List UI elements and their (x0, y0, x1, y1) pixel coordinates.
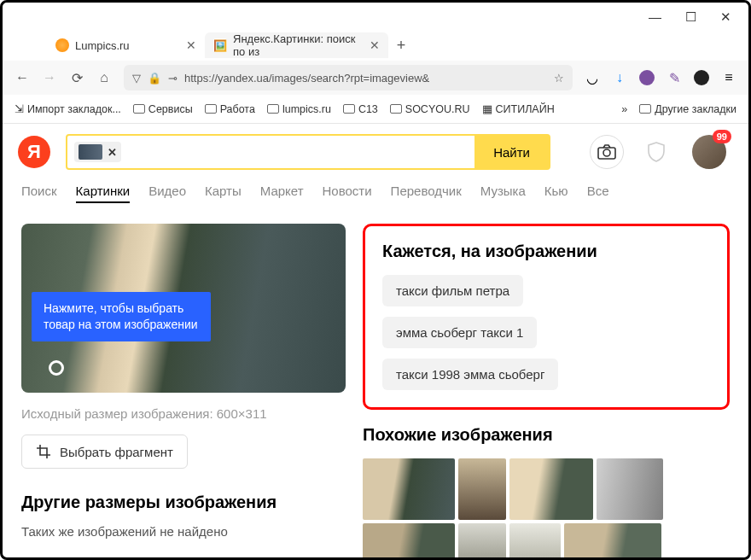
close-tab-icon[interactable]: ✕ (186, 38, 196, 52)
similar-grid (363, 458, 730, 560)
menu-icon[interactable]: ≡ (721, 70, 736, 85)
tab-yandex-images[interactable]: 🖼️ Яндекс.Картинки: поиск по из ✕ (205, 32, 388, 58)
import-bookmarks[interactable]: ⇲Импорт закладок... (15, 102, 121, 115)
svc-maps[interactable]: Карты (205, 184, 242, 203)
ext-icon-v[interactable] (639, 70, 655, 85)
svc-q[interactable]: Кью (544, 184, 568, 203)
avatar[interactable]: 99 (692, 135, 726, 169)
toolbar-icons: ◡ ↓ ✎ ≡ (585, 70, 736, 85)
bm-cityline[interactable]: ▦СИТИЛАЙН (482, 102, 555, 115)
address-bar[interactable]: ▽ 🔒 ⊸ https://yandex.ua/images/search?rp… (124, 65, 573, 90)
crop-button[interactable]: Выбрать фрагмент (21, 435, 188, 469)
permissions-icon: ⊸ (168, 72, 178, 85)
bm-lumpics[interactable]: lumpics.ru (267, 103, 331, 115)
section-title: Другие размеры изображения (21, 493, 346, 512)
news-icon: ▦ (482, 102, 492, 115)
orange-favicon (55, 38, 69, 52)
svc-market[interactable]: Маркет (260, 184, 304, 203)
svg-point-1 (603, 149, 610, 156)
svc-music[interactable]: Музыка (480, 184, 526, 203)
tab-bar: Lumpics.ru ✕ 🖼️ Яндекс.Картинки: поиск п… (3, 30, 748, 61)
crop-label: Выбрать фрагмент (60, 445, 173, 459)
new-tab-button[interactable]: + (388, 37, 414, 55)
suggestion-chip[interactable]: эмма сьоберг такси 1 (382, 317, 537, 348)
reload-button[interactable]: ⟳ (69, 70, 84, 85)
home-button[interactable]: ⌂ (96, 70, 112, 85)
tab-label: Яндекс.Картинки: поиск по из (233, 32, 370, 58)
notification-badge: 99 (713, 130, 731, 143)
left-column: Нажмите, чтобы выбрать товар на этом изо… (21, 224, 346, 560)
similar-image[interactable] (458, 458, 506, 520)
close-window-button[interactable]: ✕ (720, 9, 731, 23)
bm-work[interactable]: Работа (205, 103, 255, 115)
image-preview[interactable]: Нажмите, чтобы выбрать товар на этом изо… (21, 224, 346, 393)
ext-icon-dark[interactable] (694, 70, 709, 85)
folder-icon (205, 104, 217, 114)
suggestion-chip[interactable]: такси фильм петра (382, 275, 523, 306)
bookmarks-bar: ⇲Импорт закладок... Сервисы Работа lumpi… (3, 95, 748, 124)
bm-c13[interactable]: C13 (343, 103, 378, 115)
bm-socyou[interactable]: SOCYOU.RU (390, 103, 470, 115)
similar-image[interactable] (597, 458, 663, 520)
similar-image[interactable] (509, 458, 593, 520)
tab-label: Lumpics.ru (75, 39, 130, 52)
yandex-logo[interactable]: Я (18, 136, 50, 168)
folder-icon (343, 104, 355, 114)
other-sizes-section: Другие размеры изображения Таких же изоб… (21, 493, 346, 539)
search-button[interactable]: Найти (474, 136, 549, 168)
bm-services[interactable]: Сервисы (133, 103, 193, 115)
search-image-chip[interactable]: ✕ (74, 142, 121, 162)
right-column: Кажется, на изображении такси фильм петр… (363, 224, 730, 560)
overflow-icon[interactable]: » (621, 103, 627, 115)
folder-icon (267, 104, 279, 114)
hotspot-icon[interactable] (49, 360, 64, 376)
nav-bar: ← → ⟳ ⌂ ▽ 🔒 ⊸ https://yandex.ua/images/s… (3, 61, 748, 95)
pocket-icon[interactable]: ◡ (585, 70, 600, 85)
chips: такси фильм петра эмма сьоберг такси 1 т… (382, 275, 710, 390)
url-text: https://yandex.ua/images/search?rpt=imag… (184, 72, 547, 85)
folder-icon (133, 104, 145, 114)
folder-icon (390, 104, 402, 114)
suggestion-chip[interactable]: такси 1998 эмма сьоберг (382, 359, 558, 390)
other-bookmarks[interactable]: Другие закладки (639, 103, 736, 115)
svc-translate[interactable]: Переводчик (391, 184, 462, 203)
product-tooltip[interactable]: Нажмите, чтобы выбрать товар на этом изо… (32, 292, 211, 341)
lock-icon: 🔒 (148, 72, 161, 85)
search-input[interactable] (121, 145, 474, 160)
svc-news[interactable]: Новости (323, 184, 372, 203)
forward-button[interactable]: → (42, 70, 57, 85)
svc-all[interactable]: Все (587, 184, 609, 203)
image-meta: Исходный размер изображения: 600×311 (21, 406, 346, 421)
search-box: ✕ Найти (66, 134, 550, 170)
similar-image[interactable] (363, 523, 455, 560)
svc-search[interactable]: Поиск (21, 184, 57, 203)
feather-icon[interactable]: ✎ (667, 70, 682, 85)
remove-chip-icon[interactable]: ✕ (108, 146, 117, 159)
similar-image[interactable] (458, 523, 506, 560)
search-header: Я ✕ Найти 99 (3, 124, 748, 180)
crop-icon (36, 444, 51, 459)
download-icon[interactable]: ↓ (612, 70, 627, 85)
shield-icon[interactable] (639, 135, 673, 169)
service-tabs: Поиск Картинки Видео Карты Маркет Новост… (3, 180, 748, 215)
section-text: Таких же изображений не найдено (21, 524, 346, 539)
similar-image[interactable] (509, 523, 561, 560)
import-icon: ⇲ (15, 102, 24, 115)
folder-icon (639, 104, 651, 114)
main: Нажмите, чтобы выбрать товар на этом изо… (3, 215, 748, 560)
svc-images[interactable]: Картинки (76, 184, 131, 203)
minimize-button[interactable]: — (649, 9, 661, 23)
back-button[interactable]: ← (15, 70, 30, 85)
close-tab-icon[interactable]: ✕ (370, 38, 380, 52)
similar-image[interactable] (564, 523, 661, 560)
tab-lumpics[interactable]: Lumpics.ru ✕ (47, 32, 205, 58)
maximize-button[interactable]: ☐ (685, 9, 696, 23)
camera-button[interactable] (590, 135, 624, 169)
window-controls: — ☐ ✕ (3, 3, 748, 30)
similar-section: Похожие изображения (363, 425, 730, 560)
similar-image[interactable] (363, 458, 455, 520)
shield-icon: ▽ (132, 72, 141, 85)
svc-video[interactable]: Видео (148, 184, 186, 203)
star-icon[interactable]: ☆ (554, 72, 564, 85)
section-title: Похожие изображения (363, 425, 730, 445)
